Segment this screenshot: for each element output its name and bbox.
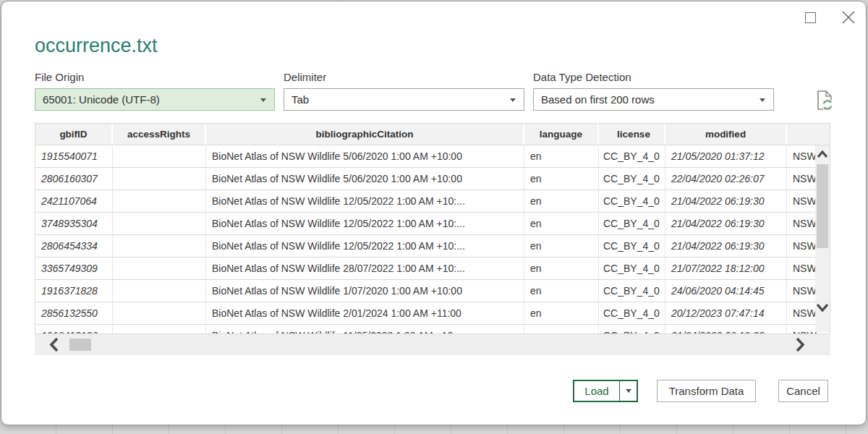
table-cell: CC_BY_4_0 bbox=[599, 325, 665, 334]
table-cell: CC_BY_4_0 bbox=[599, 190, 665, 212]
delimiter-dropdown[interactable]: Tab bbox=[284, 88, 524, 111]
table-cell: en bbox=[524, 213, 599, 234]
table-cell: NSW bbox=[787, 258, 817, 279]
chevron-down-icon bbox=[816, 303, 829, 312]
table-cell: CC_BY_4_0 bbox=[599, 258, 665, 279]
table-cell: CC_BY_4_0 bbox=[599, 213, 665, 234]
load-options-button[interactable] bbox=[619, 381, 637, 401]
table-row: 2806454334BioNet Atlas of NSW Wildlife 1… bbox=[35, 235, 830, 258]
table-row: 2421107064BioNet Atlas of NSW Wildlife 1… bbox=[35, 190, 830, 213]
maximize-icon bbox=[805, 12, 816, 23]
scroll-down-button[interactable] bbox=[815, 300, 830, 315]
table-cell: en bbox=[524, 168, 599, 190]
scroll-up-button[interactable] bbox=[815, 147, 830, 161]
table-row: 1916371828BioNet Atlas of NSW Wildlife 1… bbox=[35, 280, 830, 302]
table-row: 2806160307BioNet Atlas of NSW Wildlife 5… bbox=[35, 168, 830, 190]
table-cell: BioNet Atlas of NSW Wildlife 2/01/2024 1… bbox=[206, 302, 524, 324]
column-header: license bbox=[599, 124, 665, 145]
table-cell: 1915540071 bbox=[35, 145, 113, 167]
chevron-right-icon bbox=[796, 337, 805, 352]
table-header: gbifIDaccessRightsbibliographicCitationl… bbox=[35, 124, 830, 145]
table-cell: 20/12/2023 07:47:14 bbox=[665, 302, 787, 324]
close-icon bbox=[841, 10, 856, 25]
table-cell: NSW bbox=[787, 235, 817, 257]
footer-buttons: Load Transform Data Cancel bbox=[1, 380, 867, 402]
table-cell: 21/04/2022 06:19:30 bbox=[665, 190, 787, 212]
table-cell: NSW bbox=[787, 325, 817, 334]
close-button[interactable] bbox=[840, 9, 857, 26]
table-cell: en bbox=[524, 190, 599, 212]
preview-table: gbifIDaccessRightsbibliographicCitationl… bbox=[35, 123, 830, 334]
table-cell: NSW bbox=[787, 302, 817, 324]
table-cell bbox=[113, 145, 206, 167]
horizontal-scroll-thumb[interactable] bbox=[69, 339, 91, 351]
file-origin-dropdown[interactable]: 65001: Unicode (UTF-8) bbox=[35, 88, 275, 111]
column-header: language bbox=[524, 124, 599, 145]
table-cell: NSW bbox=[787, 145, 817, 167]
table-cell: 24/06/2020 04:14:45 bbox=[665, 280, 787, 302]
table-cell bbox=[113, 213, 206, 234]
table-cell: 21/04/2022 06:19:30 bbox=[665, 325, 787, 334]
table-cell: 2806454334 bbox=[35, 235, 113, 257]
table-cell: 3748935304 bbox=[35, 213, 113, 234]
file-origin-value: 65001: Unicode (UTF-8) bbox=[43, 93, 160, 106]
refresh-file-icon bbox=[812, 88, 836, 113]
table-cell: 2806160307 bbox=[35, 168, 113, 190]
table-row: 3365749309BioNet Atlas of NSW Wildlife 2… bbox=[35, 258, 830, 280]
load-split-button: Load bbox=[573, 380, 638, 402]
column-header: gbifID bbox=[35, 124, 113, 145]
table-cell: NSW bbox=[787, 190, 817, 212]
table-cell: BioNet Atlas of NSW Wildlife 12/05/2022 … bbox=[206, 235, 524, 257]
chevron-down-icon bbox=[626, 389, 631, 393]
table-row: 2856132550BioNet Atlas of NSW Wildlife 2… bbox=[35, 302, 830, 325]
table-cell: CC_BY_4_0 bbox=[599, 302, 665, 324]
column-header: bibliographicCitation bbox=[206, 124, 524, 145]
scroll-right-button[interactable] bbox=[791, 334, 809, 355]
table-cell: CC_BY_4_0 bbox=[599, 145, 665, 167]
scroll-left-button[interactable] bbox=[45, 334, 62, 355]
table-cell bbox=[113, 168, 206, 190]
table-cell: 2856132550 bbox=[35, 302, 113, 324]
chevron-left-icon bbox=[49, 337, 59, 352]
table-cell: 21/05/2020 01:37:12 bbox=[665, 145, 787, 167]
table-cell: 21/07/2022 18:12:00 bbox=[665, 258, 787, 279]
table-cell: CC_BY_4_0 bbox=[599, 168, 665, 190]
table-cell: 22/04/2020 02:26:07 bbox=[665, 168, 787, 190]
table-cell: en bbox=[524, 302, 599, 324]
window-controls bbox=[802, 9, 857, 26]
file-origin-label: File Origin bbox=[35, 71, 275, 83]
table-cell: NSW bbox=[787, 213, 817, 234]
table-cell: NSW bbox=[787, 168, 817, 190]
transform-data-button[interactable]: Transform Data bbox=[657, 380, 756, 402]
table-cell: 1916418126 bbox=[35, 325, 113, 334]
chevron-down-icon bbox=[260, 98, 266, 102]
table-cell: CC_BY_4_0 bbox=[599, 235, 665, 257]
table-cell: BioNet Atlas of NSW Wildlife 12/05/2022 … bbox=[206, 190, 524, 212]
table-cell: 21/04/2022 06:19:30 bbox=[665, 235, 787, 257]
table-cell bbox=[113, 235, 206, 257]
horizontal-scrollbar[interactable] bbox=[35, 334, 830, 355]
cancel-button[interactable]: Cancel bbox=[778, 380, 828, 402]
table-cell bbox=[113, 302, 206, 324]
table-cell: en bbox=[524, 145, 599, 167]
data-type-detection-label: Data Type Detection bbox=[533, 71, 774, 83]
chevron-down-icon bbox=[510, 98, 516, 102]
table-cell: 3365749309 bbox=[35, 258, 113, 279]
refresh-preview-button[interactable] bbox=[810, 87, 838, 114]
table-cell: BioNet Atlas of NSW Wildlife 11/05/2022 … bbox=[206, 325, 524, 334]
table-cell: en bbox=[524, 258, 599, 279]
table-cell: BioNet Atlas of NSW Wildlife 5/06/2020 1… bbox=[206, 168, 524, 190]
text-import-dialog: occurrence.txt File Origin 65001: Unicod… bbox=[1, 1, 867, 425]
table-cell: en bbox=[524, 325, 599, 334]
table-cell: en bbox=[524, 235, 599, 257]
table-cell: en bbox=[524, 280, 599, 302]
table-row: 1916418126BioNet Atlas of NSW Wildlife 1… bbox=[35, 325, 830, 334]
data-type-detection-dropdown[interactable]: Based on first 200 rows bbox=[533, 88, 774, 111]
vertical-scroll-thumb[interactable] bbox=[817, 164, 828, 248]
data-type-detection-value: Based on first 200 rows bbox=[541, 93, 655, 106]
table-cell: 1916371828 bbox=[35, 280, 113, 302]
table-cell: BioNet Atlas of NSW Wildlife 5/06/2020 1… bbox=[206, 145, 524, 167]
maximize-button[interactable] bbox=[802, 9, 818, 25]
vertical-scrollbar[interactable] bbox=[815, 145, 830, 332]
load-button[interactable]: Load bbox=[574, 381, 619, 401]
